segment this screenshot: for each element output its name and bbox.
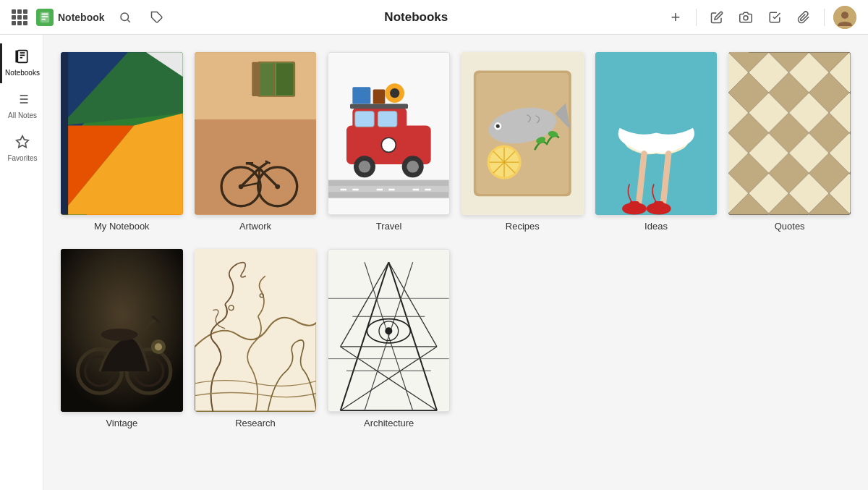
search-icon	[119, 11, 132, 24]
content-area: My Notebook	[43, 35, 868, 490]
notebook-research[interactable]: Research	[195, 249, 317, 428]
svg-point-54	[359, 161, 371, 173]
notebook-recipes[interactable]: Recipes	[461, 52, 584, 232]
svg-line-5	[127, 20, 129, 22]
sidebar-item-notebooks[interactable]: Notebooks	[0, 43, 43, 83]
header-left: Notebook	[12, 6, 169, 29]
notebook-name-research: Research	[235, 418, 276, 428]
edit-icon	[710, 11, 723, 24]
sidebar-label-favorites: Favorites	[7, 154, 37, 163]
sidebar-item-favorites[interactable]: Favorites	[0, 129, 43, 169]
separator-2	[824, 9, 825, 26]
svg-rect-51	[355, 111, 375, 127]
svg-point-57	[382, 138, 396, 152]
sidebar-label-allnotes: All Notes	[8, 111, 37, 120]
search-button[interactable]	[114, 6, 137, 29]
notebook-name-my-notebook: My Notebook	[94, 221, 150, 232]
svg-point-132	[386, 327, 393, 334]
notebook-artwork[interactable]: Artwork	[195, 52, 317, 232]
notebook-cover-my-notebook	[61, 52, 183, 215]
app-logo: Notebook	[36, 9, 105, 26]
svg-rect-88	[629, 201, 639, 211]
notebook-vintage[interactable]: Vintage	[61, 249, 183, 428]
allnotes-icon	[15, 92, 30, 110]
notebook-cover-ideas	[595, 52, 718, 215]
sidebar: Notebooks All Notes Favorit	[0, 35, 43, 490]
logo-icon	[36, 9, 54, 26]
svg-rect-114	[195, 249, 317, 411]
svg-rect-27	[61, 52, 68, 214]
notebook-name-architecture: Architecture	[364, 418, 414, 428]
notebook-architecture[interactable]: Architecture	[328, 249, 450, 428]
header: Notebook Notebooks +	[0, 0, 868, 35]
svg-rect-1	[42, 13, 48, 14]
grid-menu-icon[interactable]	[12, 9, 27, 25]
notebook-name-artwork: Artwork	[239, 221, 271, 232]
app-name: Notebook	[58, 12, 105, 23]
checklist-icon	[768, 11, 781, 24]
notebook-my-notebook[interactable]: My Notebook	[61, 52, 183, 232]
notebook-cover-architecture	[328, 249, 450, 412]
notebook-cover-travel	[328, 52, 450, 215]
attachment-button[interactable]	[792, 6, 815, 29]
sidebar-item-allnotes[interactable]: All Notes	[0, 86, 43, 126]
add-button[interactable]: +	[664, 6, 687, 29]
favorites-icon	[15, 135, 30, 153]
svg-point-62	[390, 88, 399, 98]
tag-button[interactable]	[145, 6, 169, 29]
notebook-cover-vintage	[61, 249, 183, 412]
edit-button[interactable]	[705, 6, 728, 29]
notebook-cover-artwork	[195, 52, 317, 215]
sidebar-label-notebooks: Notebooks	[5, 69, 40, 77]
svg-rect-102	[728, 52, 851, 214]
page-title: Notebooks	[384, 10, 448, 25]
svg-point-9	[841, 12, 848, 19]
svg-point-113	[155, 343, 162, 350]
attachment-icon	[797, 11, 810, 24]
svg-rect-10	[17, 51, 27, 63]
notebook-ideas[interactable]: Ideas	[595, 52, 718, 232]
notebook-travel[interactable]: Travel	[328, 52, 450, 232]
header-right: +	[664, 6, 856, 29]
svg-rect-58	[350, 104, 408, 109]
svg-rect-89	[654, 201, 663, 211]
camera-icon	[739, 11, 752, 24]
svg-rect-60	[373, 90, 386, 104]
svg-rect-3	[42, 18, 46, 20]
svg-rect-52	[378, 111, 398, 127]
notebooks-grid: My Notebook	[61, 52, 851, 428]
svg-point-110	[101, 329, 138, 341]
camera-button[interactable]	[734, 6, 757, 29]
notebook-cover-recipes	[461, 52, 584, 215]
main-layout: Notebooks All Notes Favorit	[0, 35, 868, 490]
notebook-name-travel: Travel	[376, 221, 402, 232]
svg-point-7	[744, 15, 748, 20]
svg-rect-34	[252, 62, 260, 96]
svg-rect-2	[42, 16, 48, 17]
avatar[interactable]	[833, 6, 856, 29]
notebook-name-recipes: Recipes	[506, 221, 540, 232]
separator	[696, 9, 697, 26]
notebook-name-quotes: Quotes	[775, 221, 805, 232]
notebooks-icon	[15, 49, 30, 67]
svg-marker-21	[17, 136, 29, 148]
svg-rect-32	[276, 63, 294, 95]
tag-icon	[150, 11, 163, 24]
checklist-button[interactable]	[763, 6, 786, 29]
notebook-name-ideas: Ideas	[644, 221, 668, 232]
svg-rect-59	[353, 87, 371, 104]
notebook-name-vintage: Vintage	[106, 418, 137, 428]
notebook-cover-quotes	[728, 52, 851, 215]
svg-point-56	[407, 161, 420, 173]
notebook-cover-research	[195, 249, 317, 412]
svg-point-4	[121, 13, 129, 21]
svg-rect-31	[259, 63, 275, 95]
notebook-quotes[interactable]: Quotes	[728, 52, 851, 232]
